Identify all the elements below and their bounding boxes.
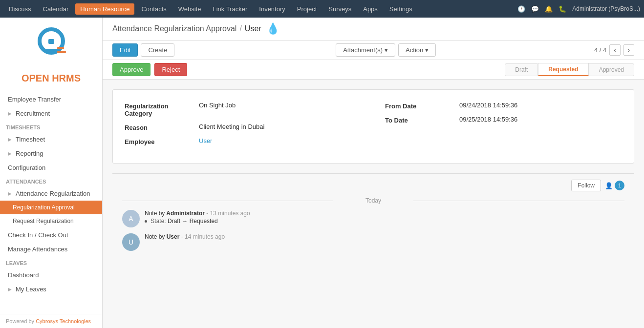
sidebar-item-employee-transfer[interactable]: Employee Transfer — [0, 92, 102, 106]
prev-button[interactable]: ‹ — [609, 44, 620, 56]
nav-link-tracker[interactable]: Link Tracker — [208, 3, 252, 15]
logo-icon — [32, 25, 71, 69]
sidebar: OPEN HRMS Employee Transfer ▶ Recruitmen… — [0, 18, 103, 328]
message-author-name: User — [167, 233, 180, 240]
clock-icon[interactable]: 🕐 — [517, 5, 525, 13]
content-area: Attendance Regularization Approval / Use… — [103, 18, 644, 328]
stage-requested[interactable]: Requested — [538, 63, 588, 76]
next-button[interactable]: › — [623, 44, 634, 56]
field-from-date: From Date 09/24/2018 14:59:36 — [385, 102, 622, 110]
action-button[interactable]: Action ▾ — [398, 43, 436, 57]
toolbar: Edit Create Attachment(s) ▾ Action ▾ 4 /… — [103, 41, 644, 60]
nav-settings[interactable]: Settings — [385, 3, 417, 15]
today-divider: Today — [122, 197, 624, 204]
field-regularization-category: RegularizationCategory On Sight Job — [125, 102, 362, 117]
sidebar-footer: Powered by Cybrosys Technologies — [0, 314, 102, 328]
message-body: State: Draft → Requested — [145, 218, 624, 225]
reject-button[interactable]: Reject — [154, 63, 187, 76]
water-drop-icon: 💧 — [266, 22, 279, 35]
sidebar-item-configuration[interactable]: Configuration — [0, 161, 102, 175]
stage-approved[interactable]: Approved — [589, 63, 634, 76]
form-card: RegularizationCategory On Sight Job Reas… — [112, 89, 634, 164]
form-scroll: RegularizationCategory On Sight Job Reas… — [103, 80, 644, 328]
svg-rect-3 — [57, 47, 64, 49]
sidebar-item-label: Attendance Regularization — [16, 190, 90, 197]
top-nav-right: 🕐 💬 🔔 🐛 Administrator (PsyBroS...) — [517, 5, 640, 13]
breadcrumb: Attendance Regularization Approval / Use… — [103, 18, 644, 41]
field-label: Employee — [125, 137, 193, 145]
sidebar-item-label: Reporting — [16, 150, 43, 157]
sidebar-item-label: Timesheet — [16, 136, 45, 143]
field-label: To Date — [385, 116, 453, 124]
svg-rect-4 — [57, 51, 66, 53]
message-author: Note by User - 14 minutes ago — [145, 233, 624, 240]
dropdown-arrow-icon: ▾ — [425, 46, 429, 54]
message-time: - 14 minutes ago — [181, 233, 225, 240]
sidebar-item-check-in-out[interactable]: Check In / Check Out — [0, 228, 102, 242]
bug-icon[interactable]: 🐛 — [558, 5, 566, 13]
chat-icon[interactable]: 💬 — [531, 5, 539, 13]
arrow-icon: ▶ — [8, 191, 12, 196]
leaves-section-label: Leaves — [0, 256, 102, 268]
stage-draft[interactable]: Draft — [505, 63, 538, 76]
nav-apps[interactable]: Apps — [358, 3, 383, 15]
sidebar-item-timesheet[interactable]: ▶ Timesheet — [0, 132, 102, 146]
follow-button[interactable]: Follow — [571, 180, 601, 191]
pagination-text: 4 / 4 — [594, 46, 606, 54]
field-to-date: To Date 09/25/2018 14:59:36 — [385, 116, 622, 124]
follow-label: Follow — [578, 182, 595, 189]
sidebar-item-dashboard[interactable]: Dashboard — [0, 268, 102, 282]
nav-website[interactable]: Website — [173, 3, 206, 15]
field-label: RegularizationCategory — [125, 102, 193, 117]
message-content: Note by User - 14 minutes ago — [145, 233, 624, 240]
employee-link[interactable]: User — [199, 137, 212, 144]
logo: OPEN HRMS — [0, 18, 102, 92]
sidebar-item-regularization-approval[interactable]: Regularization Approval — [0, 201, 102, 214]
avatar-admin: A — [122, 210, 140, 227]
sidebar-item-my-leaves[interactable]: ▶ My Leaves — [0, 282, 102, 296]
nav-discuss[interactable]: Discuss — [4, 3, 36, 15]
logo-text: OPEN HRMS — [8, 73, 94, 84]
timesheets-section-label: Timesheets — [0, 121, 102, 132]
nav-inventory[interactable]: Inventory — [254, 3, 290, 15]
dropdown-arrow-icon: ▾ — [385, 46, 388, 54]
nav-calendar[interactable]: Calendar — [38, 3, 74, 15]
field-reason: Reason Client Meeting in Dubai — [125, 123, 362, 131]
arrow-icon: ▶ — [8, 137, 12, 142]
message-author-name: Administrator — [166, 210, 205, 217]
sidebar-item-recruitment[interactable]: ▶ Recruitment — [0, 106, 102, 121]
breadcrumb-parent[interactable]: Attendance Regularization Approval — [112, 24, 236, 33]
create-button[interactable]: Create — [141, 43, 174, 57]
message-content: Note by Administrator - 13 minutes ago S… — [145, 210, 624, 225]
breadcrumb-separator: / — [239, 24, 241, 33]
field-value: On Sight Job — [199, 102, 236, 109]
user-menu[interactable]: Administrator (PsyBroS...) — [572, 5, 640, 12]
nav-human-resource[interactable]: Human Resource — [75, 3, 134, 15]
arrow-icon: ▶ — [8, 287, 12, 292]
attachments-button[interactable]: Attachment(s) ▾ — [336, 43, 395, 57]
approve-button[interactable]: Approve — [112, 63, 150, 76]
field-value: Client Meeting in Dubai — [199, 123, 264, 130]
sidebar-item-request-regularization[interactable]: Request Regularization — [0, 214, 102, 228]
status-bar: Approve Reject Draft Requested Approved — [103, 60, 644, 80]
message-author: Note by Administrator - 13 minutes ago — [145, 210, 624, 217]
sidebar-item-label: Recruitment — [16, 110, 50, 117]
field-value: 09/25/2018 14:59:36 — [459, 116, 517, 123]
sidebar-item-manage-attendances[interactable]: Manage Attendances — [0, 242, 102, 256]
sidebar-item-attendance-regularization[interactable]: ▶ Attendance Regularization — [0, 186, 102, 201]
logo-open: OPEN — [21, 73, 49, 83]
field-employee: Employee User — [125, 137, 362, 145]
edit-button[interactable]: Edit — [112, 43, 138, 57]
message-time: - 13 minutes ago — [206, 210, 250, 217]
svg-rect-2 — [48, 39, 54, 44]
footer-link[interactable]: Cybrosys Technologies — [36, 318, 91, 324]
nav-surveys[interactable]: Surveys — [323, 3, 356, 15]
chatter-header: Follow 👤 1 — [122, 180, 624, 191]
attendances-section-label: Attendances — [0, 175, 102, 186]
field-value: 09/24/2018 14:59:36 — [459, 102, 517, 109]
bell-icon[interactable]: 🔔 — [545, 5, 553, 13]
nav-contacts[interactable]: Contacts — [136, 3, 171, 15]
chatter-section: Follow 👤 1 Today A — [112, 173, 634, 263]
nav-project[interactable]: Project — [292, 3, 322, 15]
sidebar-item-reporting[interactable]: ▶ Reporting — [0, 146, 102, 161]
